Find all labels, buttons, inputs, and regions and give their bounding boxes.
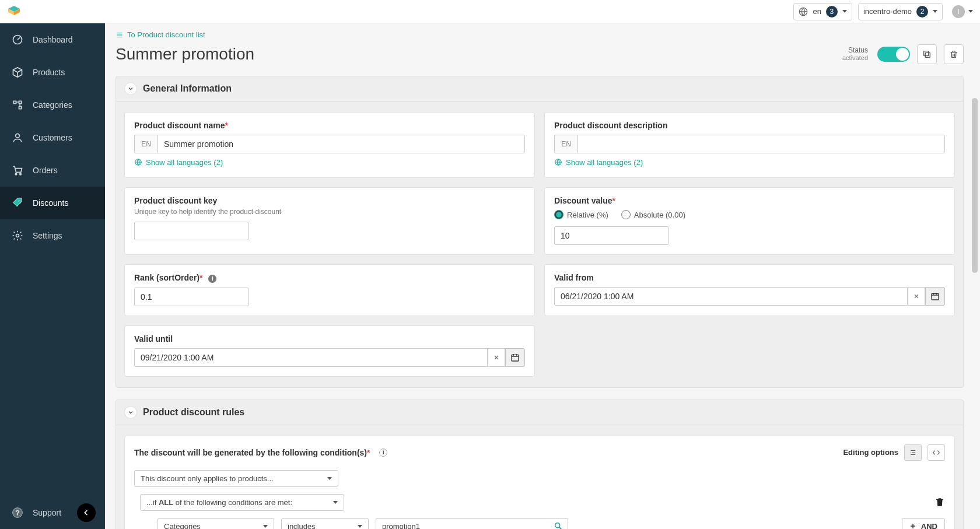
field-label: Product discount description: [554, 121, 945, 130]
discount-key-input[interactable]: [134, 222, 249, 240]
collapse-sidebar-button[interactable]: [77, 503, 96, 522]
discount-key-card: Product discount key Unique key to help …: [124, 187, 535, 255]
editing-options-label: Editing options: [843, 448, 898, 457]
relative-radio-input[interactable]: [554, 210, 564, 219]
sidebar-item-orders[interactable]: Orders: [0, 154, 105, 187]
show-all-languages-link[interactable]: Show all languages (2): [554, 158, 643, 167]
show-all-languages-link[interactable]: Show all languages (2): [134, 158, 223, 167]
caret-down-icon[interactable]: [968, 10, 973, 13]
status-display: Status activated: [842, 46, 868, 62]
svg-point-12: [16, 234, 19, 237]
rules-intro-text: The discount will be generated by the fo…: [134, 448, 370, 457]
user-avatar[interactable]: I: [952, 5, 965, 18]
editing-mode-code[interactable]: [928, 444, 945, 461]
list-icon: [116, 31, 124, 39]
if-prefix: ...if: [146, 498, 159, 507]
select-value: ...if ALL of the following conditions ar…: [146, 498, 292, 507]
relative-radio[interactable]: Relative (%): [554, 210, 608, 219]
sidebar-item-settings[interactable]: Settings: [0, 219, 105, 252]
sidebar-item-categories[interactable]: Categories: [0, 89, 105, 121]
match-mode-select[interactable]: ...if ALL of the following conditions ar…: [140, 494, 344, 511]
valid-until-card: Valid until: [124, 325, 535, 377]
discount-rules-panel: Product discount rules The discount will…: [116, 400, 964, 530]
sidebar-label: Settings: [33, 231, 62, 240]
condition-value-input[interactable]: [376, 519, 549, 530]
condition-field-select[interactable]: Categories: [158, 518, 274, 530]
info-icon[interactable]: i: [208, 275, 216, 283]
breadcrumb-back-link[interactable]: To Product discount list: [116, 30, 205, 39]
absolute-radio[interactable]: Absolute (0.00): [621, 210, 685, 219]
condition-operator-select[interactable]: includes: [281, 518, 369, 530]
sidebar-label: Categories: [33, 100, 72, 110]
valid-from-input[interactable]: [554, 287, 908, 306]
language-switcher[interactable]: en 3: [793, 3, 852, 20]
sidebar-item-products[interactable]: Products: [0, 56, 105, 89]
svg-point-11: [19, 200, 20, 202]
svg-rect-19: [932, 293, 939, 300]
panel-header-rules[interactable]: Product discount rules: [116, 400, 963, 425]
svg-rect-7: [19, 107, 22, 109]
valid-until-input[interactable]: [134, 348, 488, 367]
search-icon[interactable]: [549, 521, 568, 529]
panel-title: General Information: [143, 83, 232, 94]
field-label-text: Product discount name: [134, 121, 225, 130]
topbar: en 3 incentro-demo 2 I: [0, 0, 980, 23]
sidebar-label: Products: [33, 68, 65, 77]
caret-down-icon: [263, 525, 268, 528]
field-label: Product discount name*: [134, 121, 525, 130]
status-toggle[interactable]: [877, 47, 910, 62]
svg-point-9: [15, 173, 17, 175]
info-icon[interactable]: i: [379, 449, 387, 457]
scrollbar-thumb[interactable]: [972, 98, 978, 273]
sidebar-label: Dashboard: [33, 35, 73, 44]
discount-description-card: Product discount description EN Show all…: [544, 112, 955, 178]
svg-point-10: [20, 173, 22, 175]
editing-mode-visual[interactable]: [904, 444, 922, 461]
sidebar-label: Orders: [33, 166, 58, 175]
sidebar-label: Customers: [33, 133, 72, 142]
panel-header-general[interactable]: General Information: [116, 76, 963, 101]
calendar-button[interactable]: [925, 287, 945, 306]
discount-description-input[interactable]: [578, 135, 945, 153]
globe-icon: [799, 7, 808, 16]
svg-point-8: [16, 134, 20, 138]
radio-label: Absolute (0.00): [634, 211, 685, 219]
caret-down-icon: [327, 477, 332, 480]
delete-condition-group-button[interactable]: [935, 497, 945, 507]
clear-date-button[interactable]: [488, 348, 505, 367]
project-switcher[interactable]: incentro-demo 2: [858, 3, 943, 20]
sidebar-label: Discounts: [33, 198, 68, 208]
and-label: AND: [921, 522, 937, 530]
svg-rect-6: [19, 101, 22, 103]
sidebar-item-customers[interactable]: Customers: [0, 121, 105, 154]
general-information-panel: General Information Product discount nam…: [116, 76, 964, 388]
applies-to-select[interactable]: This discount only applies to products..…: [134, 470, 338, 487]
cart-icon: [12, 164, 23, 176]
add-and-condition-button[interactable]: AND: [902, 518, 945, 530]
discount-value-input[interactable]: [554, 226, 669, 245]
clear-date-button[interactable]: [908, 287, 925, 306]
if-suffix: of the following conditions are met:: [173, 498, 292, 507]
sidebar-item-dashboard[interactable]: Dashboard: [0, 23, 105, 56]
rank-card: Rank (sortOrder)* i: [124, 264, 535, 316]
cube-icon: [12, 66, 23, 78]
show-all-label: Show all languages (2): [566, 158, 643, 167]
field-hint: Unique key to help identify the product …: [134, 208, 525, 216]
main-content: To Product discount list Summer promotio…: [105, 23, 980, 529]
sidebar-item-discounts[interactable]: Discounts: [0, 187, 105, 219]
delete-button[interactable]: [944, 44, 964, 64]
discount-name-input[interactable]: [158, 135, 525, 153]
rank-input[interactable]: [134, 288, 249, 306]
select-value: Categories: [164, 522, 201, 530]
discount-name-card: Product discount name* EN Show all langu…: [124, 112, 535, 178]
sidebar-label: Support: [33, 508, 61, 517]
calendar-button[interactable]: [505, 348, 525, 367]
panel-title: Product discount rules: [143, 407, 244, 418]
tree-icon: [12, 99, 23, 111]
user-icon: [12, 132, 23, 143]
gauge-icon: [12, 34, 23, 45]
duplicate-button[interactable]: [917, 44, 937, 64]
gear-icon: [12, 230, 23, 241]
lang-prefix: EN: [134, 135, 158, 153]
absolute-radio-input[interactable]: [621, 210, 631, 219]
